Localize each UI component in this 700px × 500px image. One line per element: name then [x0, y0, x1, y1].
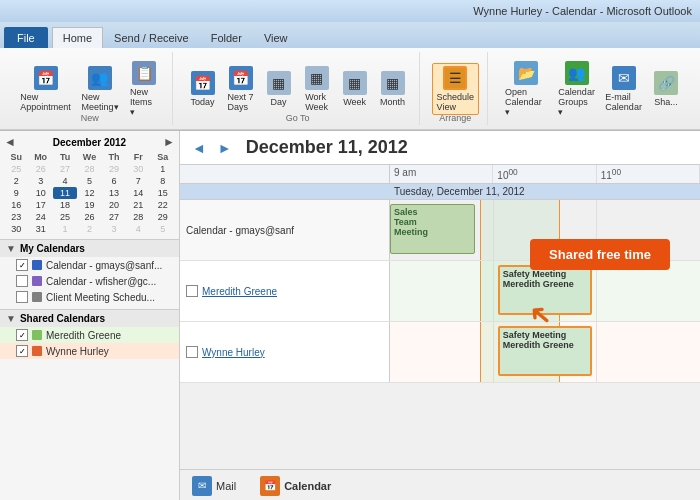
workweek-icon: ▦: [305, 66, 329, 90]
mini-cal-day[interactable]: 18: [53, 199, 77, 211]
date-label: Tuesday, December 11, 2012: [394, 186, 525, 197]
shared-cal-2-color: [32, 346, 42, 356]
month-button[interactable]: ▦ Month: [375, 68, 411, 110]
sales-meeting-event[interactable]: SalesTeamMeeting: [390, 204, 475, 254]
mini-cal-day[interactable]: 22: [151, 199, 175, 211]
mini-cal-day[interactable]: 2: [4, 175, 28, 187]
mini-cal-day[interactable]: 12: [77, 187, 101, 199]
mini-cal-day[interactable]: 13: [102, 187, 126, 199]
mini-cal-day[interactable]: 19: [77, 199, 101, 211]
mini-cal-day[interactable]: 26: [28, 163, 52, 175]
my-calendar-item-1[interactable]: ✓ Calendar - gmays@sanf...: [0, 257, 179, 273]
mini-cal-day[interactable]: 27: [53, 163, 77, 175]
schedule-view-button[interactable]: ☰ ScheduleView: [432, 63, 480, 115]
mini-cal-day[interactable]: 6: [102, 175, 126, 187]
day-header-fr: Fr: [126, 151, 150, 163]
mini-cal-day[interactable]: 30: [126, 163, 150, 175]
mini-cal-day[interactable]: 24: [28, 211, 52, 223]
tab-send-receive[interactable]: Send / Receive: [103, 27, 200, 48]
mini-cal-day[interactable]: 17: [28, 199, 52, 211]
shared-cal-2-label: Wynne Hurley: [46, 346, 109, 357]
tab-view[interactable]: View: [253, 27, 299, 48]
nav-calendar[interactable]: 📅 Calendar: [248, 472, 343, 500]
next7days-button[interactable]: 📅 Next 7Days: [223, 63, 259, 115]
today-button[interactable]: 📅 Today: [185, 68, 221, 110]
row-3-col-3: [597, 322, 700, 382]
meredith-greene-label[interactable]: Meredith Greene: [202, 286, 277, 297]
share-button[interactable]: 🔗 Sha...: [648, 68, 684, 110]
shared-cal-2-checkbox[interactable]: ✓: [16, 345, 28, 357]
mini-cal-day[interactable]: 4: [126, 223, 150, 235]
mini-cal-day[interactable]: 4: [53, 175, 77, 187]
mail-icon: ✉: [192, 476, 212, 496]
mini-cal-day[interactable]: 29: [102, 163, 126, 175]
my-calendar-item-2[interactable]: Calendar - wfisher@gc...: [0, 273, 179, 289]
shared-cal-1-label: Meredith Greene: [46, 330, 121, 341]
date-prev-nav[interactable]: ◄: [192, 140, 206, 156]
mini-cal-next[interactable]: ►: [163, 135, 175, 149]
mini-cal-day[interactable]: 1: [53, 223, 77, 235]
row-3-checkbox[interactable]: [186, 346, 198, 358]
mini-cal-day[interactable]: 8: [151, 175, 175, 187]
workweek-button[interactable]: ▦ WorkWeek: [299, 63, 335, 115]
my-calendars-header[interactable]: ▼ My Calendars: [0, 239, 179, 257]
shared-calendars-header[interactable]: ▼ Shared Calendars: [0, 309, 179, 327]
shared-cal-1-checkbox[interactable]: ✓: [16, 329, 28, 341]
row-2-checkbox[interactable]: [186, 285, 198, 297]
mini-cal-day[interactable]: 28: [126, 211, 150, 223]
tab-file[interactable]: File: [4, 27, 48, 48]
time-header-10: 1000: [493, 165, 596, 183]
new-appointment-button[interactable]: 📅 NewAppointment: [16, 63, 75, 115]
mini-cal-day[interactable]: 5: [77, 175, 101, 187]
email-calendar-button[interactable]: ✉ E-mailCalendar: [601, 63, 646, 115]
my-cal-3-label: Client Meeting Schedu...: [46, 292, 155, 303]
new-meeting-button[interactable]: 👥 NewMeeting▾: [77, 63, 123, 115]
next7days-icon: 📅: [229, 66, 253, 90]
mini-cal-day[interactable]: 7: [126, 175, 150, 187]
my-cal-2-checkbox[interactable]: [16, 275, 28, 287]
shared-calendar-item-1[interactable]: ✓ Meredith Greene: [0, 327, 179, 343]
mini-cal-day[interactable]: 31: [28, 223, 52, 235]
mini-cal-day[interactable]: 14: [126, 187, 150, 199]
tab-folder[interactable]: Folder: [200, 27, 253, 48]
mini-cal-day[interactable]: 10: [28, 187, 52, 199]
day-button[interactable]: ▦ Day: [261, 68, 297, 110]
mini-cal-day[interactable]: 23: [4, 211, 28, 223]
mini-cal-day[interactable]: 27: [102, 211, 126, 223]
date-next-nav[interactable]: ►: [218, 140, 232, 156]
mini-cal-day[interactable]: 25: [53, 211, 77, 223]
row-2-col-3: [597, 261, 700, 321]
today-icon: 📅: [191, 71, 215, 95]
mini-cal-day[interactable]: 2: [77, 223, 101, 235]
open-calendar-button[interactable]: 📂 OpenCalendar ▾: [500, 58, 552, 120]
mini-cal-day[interactable]: 5: [151, 223, 175, 235]
mini-cal-day[interactable]: 20: [102, 199, 126, 211]
mini-cal-day[interactable]: 9: [4, 187, 28, 199]
nav-mail[interactable]: ✉ Mail: [180, 472, 248, 500]
mini-cal-day[interactable]: 1: [151, 163, 175, 175]
mini-cal-day[interactable]: 29: [151, 211, 175, 223]
my-cal-3-checkbox[interactable]: [16, 291, 28, 303]
calendar-groups-button[interactable]: 👥 CalendarGroups ▾: [554, 58, 599, 120]
mini-cal-day[interactable]: 21: [126, 199, 150, 211]
mini-cal-day[interactable]: 3: [28, 175, 52, 187]
tab-home[interactable]: Home: [52, 27, 103, 48]
my-calendar-item-3[interactable]: Client Meeting Schedu...: [0, 289, 179, 305]
mini-cal-day[interactable]: 15: [151, 187, 175, 199]
mini-cal-prev[interactable]: ◄: [4, 135, 16, 149]
mini-cal-day[interactable]: 30: [4, 223, 28, 235]
mini-cal-day[interactable]: 25: [4, 163, 28, 175]
week-button[interactable]: ▦ Week: [337, 68, 373, 110]
mini-cal-day[interactable]: 26: [77, 211, 101, 223]
right-panel: Shared free time ➜ ◄ ► December 11, 2012…: [180, 131, 700, 500]
shared-calendar-item-2[interactable]: ✓ Wynne Hurley: [0, 343, 179, 359]
safety-meeting-2-event[interactable]: Safety MeetingMeredith Greene: [498, 326, 593, 376]
mini-cal-day[interactable]: 3: [102, 223, 126, 235]
wynne-hurley-label[interactable]: Wynne Hurley: [202, 347, 265, 358]
new-items-button[interactable]: 📋 NewItems ▾: [125, 58, 164, 120]
mini-cal-day[interactable]: 11: [53, 187, 77, 199]
mini-cal-day[interactable]: 28: [77, 163, 101, 175]
my-cal-1-checkbox[interactable]: ✓: [16, 259, 28, 271]
my-cal-2-color: [32, 276, 42, 286]
mini-cal-day[interactable]: 16: [4, 199, 28, 211]
